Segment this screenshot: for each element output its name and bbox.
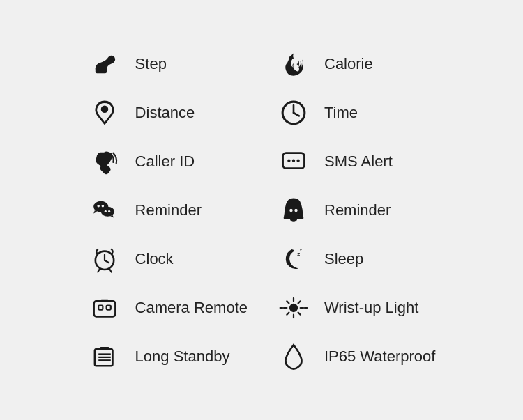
feature-item-distance: Distance <box>86 95 248 131</box>
svg-rect-23 <box>93 301 115 316</box>
svg-point-5 <box>287 159 290 162</box>
long-standby-icon <box>86 339 123 375</box>
feature-item-bell-reminder: Reminder <box>275 192 437 228</box>
svg-rect-39 <box>100 346 109 349</box>
caller-id-icon <box>86 143 123 180</box>
svg-point-13 <box>108 210 110 212</box>
feature-label-distance: Distance <box>135 104 195 122</box>
feature-label-clock: Clock <box>135 250 174 268</box>
svg-line-18 <box>105 260 109 263</box>
features-grid: Step Calorie Distance Time Caller ID SMS… <box>45 25 479 396</box>
svg-point-9 <box>97 205 100 208</box>
feature-item-camera-remote: Camera Remote <box>86 290 248 326</box>
svg-point-10 <box>101 205 104 208</box>
calorie-icon <box>275 46 312 82</box>
feature-item-sms-alert: SMS Alert <box>275 143 437 180</box>
feature-label-step: Step <box>135 55 167 73</box>
feature-item-calorie: Calorie <box>275 46 437 82</box>
svg-point-11 <box>100 206 114 216</box>
feature-label-waterproof: IP65 Waterproof <box>324 348 435 366</box>
clock-icon <box>86 241 123 277</box>
sms-alert-icon <box>275 143 312 180</box>
svg-line-35 <box>287 312 289 314</box>
svg-point-7 <box>296 159 299 162</box>
bell-reminder-icon <box>275 192 312 228</box>
svg-point-15 <box>294 208 297 211</box>
step-icon <box>86 46 123 82</box>
feature-item-step: Step <box>86 46 248 82</box>
svg-line-34 <box>298 301 301 303</box>
svg-rect-24 <box>98 305 103 309</box>
feature-label-bell-reminder: Reminder <box>324 201 391 219</box>
feature-label-time: Time <box>324 104 358 122</box>
svg-point-27 <box>289 303 298 311</box>
feature-item-wechat-reminder: Reminder <box>86 192 248 228</box>
feature-item-wrist-up-light: Wrist-up Light <box>275 290 437 326</box>
svg-rect-25 <box>106 305 110 309</box>
feature-label-caller-id: Caller ID <box>135 153 195 171</box>
feature-label-sms-alert: SMS Alert <box>324 153 393 171</box>
waterproof-icon <box>275 339 312 375</box>
svg-line-20 <box>109 269 112 272</box>
svg-line-33 <box>298 312 301 314</box>
feature-label-wechat-reminder: Reminder <box>135 201 202 219</box>
feature-label-calorie: Calorie <box>324 55 373 73</box>
svg-point-6 <box>292 159 295 162</box>
distance-icon <box>86 95 123 131</box>
svg-point-12 <box>104 210 106 212</box>
sleep-icon: z z <box>275 241 312 277</box>
wechat-reminder-icon <box>86 192 123 228</box>
svg-text:z: z <box>300 247 302 252</box>
feature-item-time: Time <box>275 95 437 131</box>
svg-point-14 <box>289 208 292 211</box>
svg-point-0 <box>100 105 108 113</box>
svg-line-32 <box>287 301 289 303</box>
feature-item-waterproof: IP65 Waterproof <box>275 339 437 375</box>
feature-item-long-standby: Long Standby <box>86 339 248 375</box>
feature-item-caller-id: Caller ID <box>86 143 248 180</box>
wrist-up-light-icon <box>275 290 312 326</box>
svg-line-3 <box>294 113 299 116</box>
feature-item-sleep: z z Sleep <box>275 241 437 277</box>
feature-label-sleep: Sleep <box>324 250 363 268</box>
time-icon <box>275 95 312 131</box>
feature-label-wrist-up-light: Wrist-up Light <box>324 299 418 317</box>
camera-remote-icon <box>86 290 123 326</box>
svg-rect-26 <box>100 299 109 302</box>
svg-line-19 <box>98 269 100 272</box>
feature-label-camera-remote: Camera Remote <box>135 299 248 317</box>
feature-label-long-standby: Long Standby <box>135 348 230 366</box>
feature-item-clock: Clock <box>86 241 248 277</box>
